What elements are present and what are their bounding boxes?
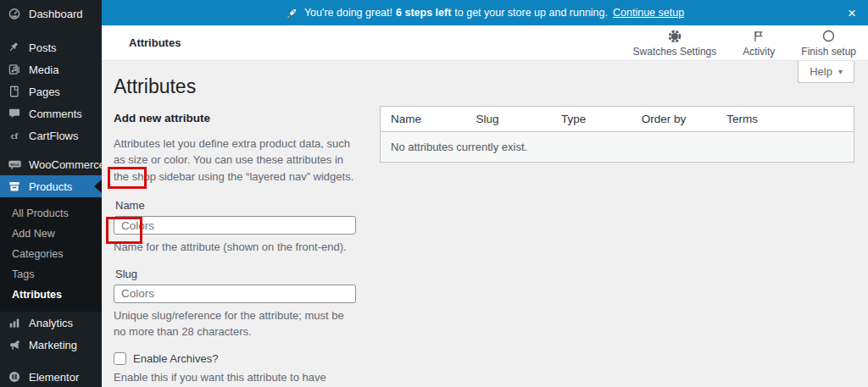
gear-icon [667, 29, 682, 44]
sidebar-item-comments[interactable]: Comments [0, 102, 102, 124]
attributes-table: Name Slug Type Order by Terms No attribu… [381, 107, 854, 162]
column-header-slug: Slug [465, 107, 550, 132]
enable-archives-label: Enable Archives? [133, 352, 218, 365]
attribute-name-input[interactable] [114, 216, 356, 235]
sidebar-item-analytics[interactable]: Analytics [0, 312, 102, 334]
sidebar-item-label: Comments [29, 108, 82, 120]
attribute-slug-input[interactable] [114, 285, 356, 303]
banner-steps-left: 6 steps left [396, 7, 451, 19]
table-row: No attributes currently exist. [381, 131, 854, 162]
header-actions: Swatches Settings Activity Finish setup [633, 29, 860, 58]
slug-field-label: Slug [114, 268, 137, 280]
submenu-item-add-new[interactable]: Add New [12, 224, 102, 244]
sidebar-item-products[interactable]: Products [0, 175, 102, 197]
empty-table-message: No attributes currently exist. [381, 131, 854, 162]
sidebar-item-label: Posts [29, 41, 57, 54]
main-area: You're doing great! 6 steps left to get … [102, 0, 868, 387]
name-field-help: Name for the attribute (shown on the fro… [114, 239, 356, 256]
column-header-terms: Terms [716, 107, 854, 132]
sidebar-item-cartflows[interactable]: cf CartFlows [0, 124, 102, 147]
action-label: Finish setup [801, 46, 856, 58]
sidebar-item-elementor[interactable]: Elementor [0, 366, 102, 387]
cartflows-icon: cf [7, 128, 22, 143]
bar-chart-icon [7, 315, 22, 330]
sidebar-separator [0, 147, 102, 153]
action-label: Activity [743, 46, 775, 58]
attributes-admin-page: Dashboard Posts Media Pages Commen [0, 0, 868, 387]
banner-message-suffix: to get your store up and running. [454, 7, 608, 19]
circle-outline-icon [821, 29, 836, 44]
enable-archives-checkbox[interactable] [114, 352, 126, 365]
submenu-item-attributes[interactable]: Attributes [12, 285, 102, 305]
sidebar-separator [0, 25, 102, 36]
current-menu-arrow [94, 180, 102, 193]
pushpin-icon [7, 40, 22, 55]
sidebar-item-woocommerce[interactable]: WOO WooCommerce [0, 153, 102, 175]
rocket-icon [286, 7, 298, 19]
action-label: Swatches Settings [633, 46, 717, 58]
sidebar-item-label: Dashboard [29, 8, 83, 20]
continue-setup-link[interactable]: Continue setup [613, 7, 684, 19]
content-area: Help ▾ Attributes Add new attribute Attr… [102, 61, 868, 387]
media-icon [7, 62, 22, 77]
submenu-item-tags[interactable]: Tags [12, 264, 102, 285]
breadcrumb: Attributes [129, 36, 181, 49]
attributes-table-container: Name Slug Type Order by Terms No attribu… [380, 106, 854, 163]
products-submenu: All Products Add New Categories Tags Att… [0, 197, 102, 312]
sidebar-item-label: CartFlows [29, 130, 79, 142]
column-header-name: Name [381, 107, 465, 132]
woocommerce-icon: WOO [7, 157, 22, 172]
sidebar-item-label: Products [29, 180, 72, 193]
megaphone-icon [7, 337, 22, 352]
sidebar-item-posts[interactable]: Posts [0, 36, 102, 58]
swatches-settings-button[interactable]: Swatches Settings [633, 29, 717, 58]
sidebar-separator [0, 356, 102, 366]
close-icon[interactable]: × [848, 6, 856, 20]
help-button[interactable]: Help ▾ [798, 61, 854, 83]
finish-setup-button[interactable]: Finish setup [801, 29, 856, 58]
name-field-label: Name [114, 199, 145, 212]
chevron-down-icon: ▾ [838, 67, 843, 76]
add-attribute-form: Add new attribute Attributes let you def… [112, 106, 356, 387]
activity-button[interactable]: Activity [733, 29, 784, 58]
sidebar-item-label: Elementor [29, 371, 79, 384]
sidebar-item-label: Pages [29, 86, 60, 98]
sidebar-item-label: WooCommerce [29, 158, 102, 171]
sidebar-item-marketing[interactable]: Marketing [0, 334, 102, 356]
dashboard-icon [7, 6, 22, 21]
comment-icon [7, 106, 22, 121]
svg-text:cf: cf [11, 130, 19, 141]
column-header-type: Type [551, 107, 632, 132]
page-icon [7, 84, 22, 99]
archives-field-help: Enable this if you want this attribute t… [114, 369, 356, 387]
svg-text:WOO: WOO [10, 162, 19, 166]
form-heading: Add new attribute [114, 112, 356, 124]
submenu-item-categories[interactable]: Categories [12, 244, 102, 264]
archive-box-icon [7, 179, 22, 194]
sidebar-item-label: Analytics [29, 317, 73, 329]
sidebar-item-media[interactable]: Media [0, 58, 102, 80]
sidebar-item-label: Media [29, 64, 58, 76]
page-title: Attributes [112, 73, 854, 102]
elementor-icon [7, 369, 22, 384]
flag-icon [752, 29, 765, 44]
help-label: Help [810, 65, 832, 78]
admin-sidebar: Dashboard Posts Media Pages Commen [0, 0, 102, 387]
banner-message: You're doing great! [304, 7, 392, 19]
form-description: Attributes let you define extra product … [114, 135, 356, 185]
submenu-item-all-products[interactable]: All Products [12, 203, 102, 224]
sidebar-item-label: Marketing [29, 339, 77, 351]
sidebar-item-dashboard[interactable]: Dashboard [0, 0, 102, 25]
setup-banner: You're doing great! 6 steps left to get … [102, 0, 868, 25]
slug-field-help: Unique slug/reference for the attribute;… [114, 307, 356, 340]
page-header: Attributes Swatches Settings Activity [102, 25, 868, 61]
column-header-order-by: Order by [632, 107, 716, 132]
sidebar-item-pages[interactable]: Pages [0, 80, 102, 102]
